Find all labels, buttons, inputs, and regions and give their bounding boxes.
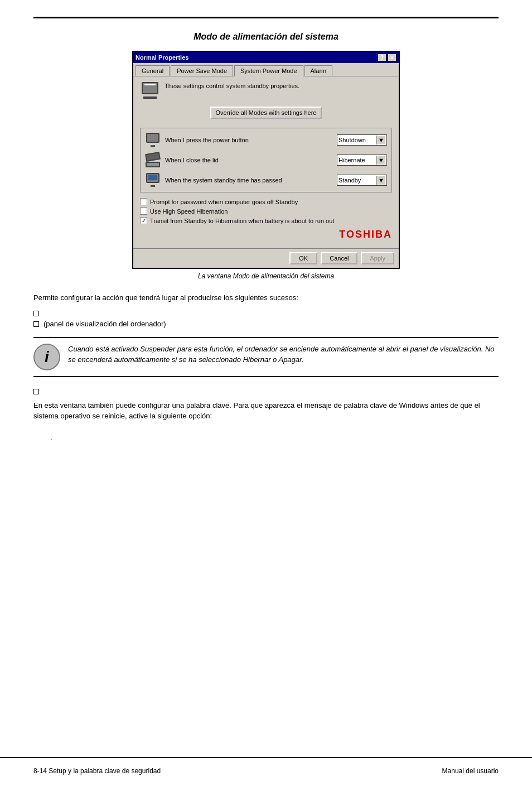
page-container: Modo de alimentación del sistema Normal …: [0, 0, 532, 786]
bottom-border: [0, 757, 532, 758]
checkbox-label-2: Use High Speed Hibernation: [150, 208, 228, 215]
lid-value: Hibernate: [338, 157, 376, 163]
standby-value: Standby: [338, 177, 376, 184]
dialog-content: These settings control system standby pr…: [133, 76, 399, 248]
info-box-text: Cuando está activado Suspender para esta…: [68, 344, 499, 365]
checkboxes-section: Prompt for password when computer goes o…: [140, 198, 392, 224]
dialog-info-text: These settings control system standby pr…: [165, 82, 299, 90]
settings-section: When I press the power button Shutdown ▼…: [140, 128, 392, 192]
checkbox-row-3: ✓ Transit from Standby to Hibernation wh…: [140, 217, 392, 224]
section-title: Modo de alimentación del sistema: [33, 32, 499, 42]
lid-icon: [145, 153, 161, 167]
dialog-tabs: General Power Save Mode System Power Mod…: [133, 63, 399, 76]
standby-label: When the system standby time has passed: [165, 177, 337, 184]
toshiba-logo: TOSHIBA: [140, 229, 392, 240]
tab-alarm[interactable]: Alarm: [304, 65, 333, 76]
checkbox-2[interactable]: [140, 208, 147, 215]
close-button[interactable]: ×: [388, 54, 396, 61]
titlebar-buttons: ? ×: [378, 54, 396, 61]
apply-button[interactable]: Apply: [361, 252, 394, 264]
ok-button[interactable]: OK: [289, 252, 317, 264]
bullet-square-1: [33, 311, 39, 316]
option-text: .: [50, 433, 499, 441]
checkbox-label-3: Transit from Standby to Hibernation when…: [150, 218, 334, 224]
standby-setting-row: When the system standby time has passed …: [145, 173, 387, 187]
tab-system-power-mode[interactable]: System Power Mode: [234, 65, 303, 76]
tab-general[interactable]: General: [136, 65, 170, 76]
dialog-container: Normal Properties ? × General Power Save…: [33, 51, 499, 288]
bullet-square-2: [33, 321, 39, 327]
dialog-titlebar: Normal Properties ? ×: [133, 52, 399, 63]
power-button-setting-row: When I press the power button Shutdown ▼: [145, 133, 387, 147]
footer-right: Manual del usuario: [442, 767, 499, 775]
footer-left: 8-14 Setup y la palabra clave de segurid…: [33, 767, 161, 775]
lid-dropdown-arrow[interactable]: ▼: [376, 156, 385, 165]
cancel-button[interactable]: Cancel: [321, 252, 357, 264]
dialog-footer: OK Cancel Apply: [133, 248, 399, 268]
lid-setting-row: When I close the lid Hibernate ▼: [145, 153, 387, 167]
checkbox-row-2: Use High Speed Hibernation: [140, 208, 392, 215]
body-paragraph: En esta ventana también puede configurar…: [33, 400, 499, 422]
dialog-box: Normal Properties ? × General Power Save…: [132, 51, 400, 269]
top-border: [33, 17, 499, 18]
intro-text: Permite configurar la acción que tendrá …: [33, 292, 499, 303]
dialog-caption: La ventana Modo de alimentación del sist…: [198, 272, 334, 280]
bullet-item-1: [33, 309, 499, 316]
checkbox-1[interactable]: [140, 198, 147, 205]
info-box: i Cuando está activado Suspender para es…: [33, 337, 499, 377]
power-button-dropdown-arrow[interactable]: ▼: [376, 136, 385, 144]
info-icon: i: [33, 344, 60, 370]
bullet-text-2: (panel de visualización del ordenador): [43, 320, 166, 328]
dialog-title: Normal Properties: [136, 54, 188, 61]
lid-select[interactable]: Hibernate ▼: [337, 155, 387, 166]
power-button-select[interactable]: Shutdown ▼: [337, 134, 387, 146]
power-button-icon: [145, 133, 161, 147]
standby-select[interactable]: Standby ▼: [337, 175, 387, 186]
computer-icon: [140, 82, 160, 100]
dialog-info-row: These settings control system standby pr…: [140, 82, 392, 100]
power-button-value: Shutdown: [338, 137, 376, 143]
page-footer: 8-14 Setup y la palabra clave de segurid…: [33, 767, 499, 775]
checkbox-label-1: Prompt for password when computer goes o…: [150, 199, 298, 205]
override-button[interactable]: Override all Modes with settings here: [210, 107, 322, 119]
checkbox-row-1: Prompt for password when computer goes o…: [140, 198, 392, 205]
standby-dropdown-arrow[interactable]: ▼: [376, 176, 385, 185]
tab-power-save-mode[interactable]: Power Save Mode: [171, 65, 233, 76]
checkbox-3[interactable]: ✓: [140, 217, 147, 224]
standby-icon: [145, 173, 161, 187]
bullet-item-3: [33, 387, 499, 394]
bullet-item-2: (panel de visualización del ordenador): [33, 320, 499, 328]
power-button-label: When I press the power button: [165, 137, 337, 143]
help-button[interactable]: ?: [378, 54, 386, 61]
lid-label: When I close the lid: [165, 157, 337, 163]
bullet-square-3: [33, 389, 39, 394]
